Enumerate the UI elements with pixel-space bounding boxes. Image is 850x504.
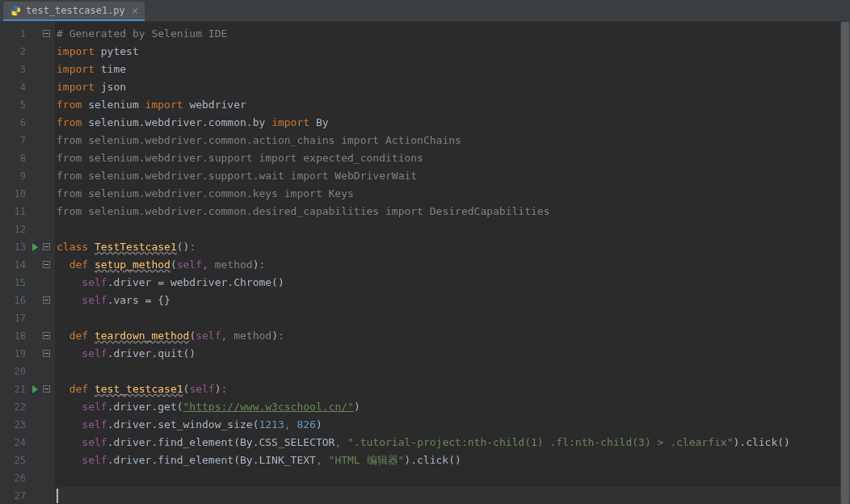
line-number: 23 (0, 416, 40, 434)
line-number: 26 (0, 469, 40, 487)
fold-toggle-icon[interactable] (43, 332, 50, 339)
line-number: 13 (0, 238, 40, 256)
fold-toggle-icon[interactable] (43, 385, 50, 393)
line-number: 19 (0, 345, 40, 363)
run-gutter-icon[interactable] (32, 243, 38, 251)
line-number: 25 (0, 452, 40, 469)
line-number: 12 (0, 220, 40, 238)
tab-filename: test_testcase1.py (26, 5, 125, 16)
line-number: 2 (0, 43, 40, 61)
run-gutter-icon[interactable] (32, 385, 38, 393)
line-number: 18 (0, 327, 40, 345)
line-number: 21 (0, 380, 40, 398)
fold-toggle-icon[interactable] (43, 30, 50, 37)
scrollbar-thumb[interactable] (841, 22, 849, 504)
line-number: 27 (0, 487, 40, 504)
comment: # Generated by Selenium IDE (57, 27, 227, 40)
line-number: 4 (0, 78, 40, 96)
line-number: 24 (0, 434, 40, 452)
code-area[interactable]: # Generated by Selenium IDE import pytes… (55, 22, 850, 504)
method-name: test_testcase1 (95, 383, 183, 395)
fold-toggle-icon[interactable] (43, 261, 50, 268)
line-number: 5 (0, 96, 40, 114)
method-name: setup_method (95, 258, 170, 271)
fold-toggle-icon[interactable] (43, 350, 50, 357)
code-editor[interactable]: 1234567891011121314151617181920212223242… (0, 22, 850, 504)
line-number: 11 (0, 203, 40, 220)
fold-gutter (40, 22, 55, 504)
current-line-highlight (55, 487, 850, 504)
vertical-scrollbar[interactable] (840, 22, 850, 504)
line-number: 20 (0, 363, 40, 380)
text-caret (57, 489, 58, 503)
url-string: "https://www.w3cschool.cn/" (183, 401, 354, 413)
fold-toggle-icon[interactable] (43, 243, 50, 250)
line-number: 22 (0, 398, 40, 416)
class-name: TestTestcase1 (95, 241, 177, 253)
line-number-gutter: 1234567891011121314151617181920212223242… (0, 22, 40, 504)
line-number: 3 (0, 61, 40, 78)
line-number: 9 (0, 167, 40, 185)
line-number: 14 (0, 256, 40, 274)
line-number: 8 (0, 149, 40, 167)
editor-tab-bar: test_testcase1.py × (0, 0, 850, 22)
line-number: 17 (0, 309, 40, 327)
line-number: 1 (0, 25, 40, 43)
line-number: 15 (0, 274, 40, 292)
python-file-icon (10, 5, 21, 16)
file-tab[interactable]: test_testcase1.py × (3, 2, 145, 21)
line-number: 10 (0, 185, 40, 203)
line-number: 7 (0, 132, 40, 149)
method-name: teardown_method (95, 330, 189, 342)
fold-toggle-icon[interactable] (43, 296, 50, 304)
line-number: 6 (0, 114, 40, 132)
line-number: 16 (0, 292, 40, 309)
close-icon[interactable]: × (132, 5, 138, 16)
